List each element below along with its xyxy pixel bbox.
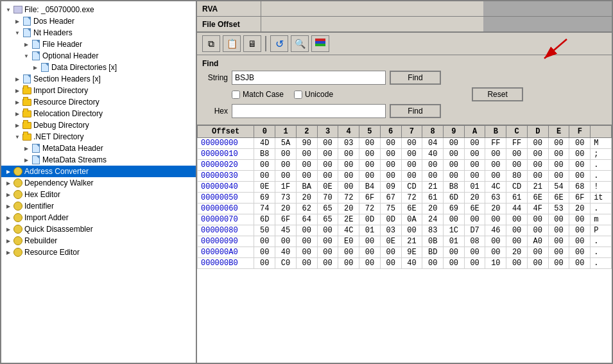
hex-cell-00000060-3: 65 xyxy=(317,204,338,214)
tree-item-debug-dir[interactable]: ▶Debug Directory xyxy=(1,119,196,131)
hex-cell-00000020-3: 00 xyxy=(317,160,338,171)
hex-cell-00000080-13: 00 xyxy=(527,225,548,236)
hex-cell-00000040-13: 21 xyxy=(527,182,548,193)
tree-item-optional-header[interactable]: ▼Optional Header xyxy=(1,50,196,62)
expand-icon-identifier: ▶ xyxy=(4,202,13,211)
hex-cell-00000000-10: 00 xyxy=(464,138,485,149)
hex-cell-00000000-14: 00 xyxy=(548,138,569,149)
red-arrow-svg xyxy=(496,34,573,66)
tree-item-metadata-streams[interactable]: ▶MetaData Streams xyxy=(1,154,196,166)
hex-col-header-E: E xyxy=(548,126,569,138)
tree-item-rebuilder[interactable]: ▶Rebuilder xyxy=(1,235,196,247)
expand-icon-data-dirs: ▶ xyxy=(31,63,40,72)
tree-item-file-header[interactable]: ▶File Header xyxy=(1,39,196,50)
reset-button[interactable]: Reset xyxy=(472,87,523,101)
hex-cell-00000040-8: 21 xyxy=(422,182,444,193)
hex-cell-00000030-10: 00 xyxy=(464,171,485,182)
hex-cell-00000020-12: 00 xyxy=(506,160,528,171)
hex-cell-00000090-15: 00 xyxy=(569,236,591,247)
hex-cell-000000B0-11: 10 xyxy=(485,258,506,269)
offset-cell-00000010: 00000010 xyxy=(198,149,254,160)
hex-cell-00000060-11: 20 xyxy=(485,204,506,214)
hex-cell-00000030-13: 00 xyxy=(527,171,548,182)
hex-cell-00000040-2: BA xyxy=(296,182,317,193)
expand-icon-file-header: ▶ xyxy=(22,40,31,49)
match-case-checkbox[interactable] xyxy=(232,91,240,99)
expand-icon-rebuilder: ▶ xyxy=(4,236,13,245)
hex-cell-00000060-1: 20 xyxy=(275,204,297,214)
addr-section: RVA File Offset xyxy=(197,1,612,33)
copy2-button[interactable]: 📋 xyxy=(223,35,241,52)
hex-cell-00000080-3: 00 xyxy=(317,225,338,236)
tree-item-identifier[interactable]: ▶Identifier xyxy=(1,200,196,212)
hex-cell-00000070-14: 00 xyxy=(548,214,569,225)
hex-row-000000B0: 000000B000C00000000000400000001000000000… xyxy=(198,258,612,269)
tree-item-address-converter[interactable]: ▶Address Converter xyxy=(1,166,196,177)
hex-cell-000000A0-12: 20 xyxy=(506,247,528,258)
unicode-checkbox[interactable] xyxy=(294,91,302,99)
tree-item-nt-headers[interactable]: ▼Nt Headers xyxy=(1,27,196,39)
tree-item-dos-header[interactable]: ▶Dos Header xyxy=(1,15,196,27)
tree-item-quick-disassembler[interactable]: ▶Quick Disassembler xyxy=(1,223,196,235)
hex-input[interactable] xyxy=(232,104,386,118)
hex-cell-00000020-2: 00 xyxy=(296,160,317,171)
copy-button[interactable]: ⧉ xyxy=(202,35,220,52)
screen-button[interactable]: 🖥 xyxy=(243,35,261,52)
svg-line-4 xyxy=(544,39,567,58)
hex-cell-00000090-7: 21 xyxy=(401,236,422,247)
hex-cell-00000030-1: 00 xyxy=(275,171,297,182)
hex-cell-00000020-0: 00 xyxy=(254,160,275,171)
hex-table-body: 000000004D5A900003000000040000FFFF000000… xyxy=(198,138,612,269)
doc-icon-nt-headers xyxy=(22,28,32,38)
tree-item-import-adder[interactable]: ▶Import Adder xyxy=(1,212,196,223)
hex-cell-00000070-6: 0D xyxy=(380,214,401,225)
tree-item-import-dir[interactable]: ▶Import Directory xyxy=(1,85,196,96)
tree-item-net-dir[interactable]: ▼.NET Directory xyxy=(1,131,196,143)
doc-icon-data-dirs xyxy=(40,62,50,73)
hex-label: Hex xyxy=(202,107,228,116)
hex-cell-00000080-8: 83 xyxy=(422,225,444,236)
tree-item-resource-dir[interactable]: ▶Resource Directory xyxy=(1,96,196,108)
tree-item-hex-editor[interactable]: ▶Hex Editor xyxy=(1,189,196,200)
tree-item-resource-editor[interactable]: ▶Resource Editor xyxy=(1,247,196,258)
hex-row-00000040: 000000400E1FBA0E00B409CD21B8014CCD215468… xyxy=(198,182,612,193)
hex-cell-00000060-0: 74 xyxy=(254,204,275,214)
hex-col-header-D: D xyxy=(527,126,548,138)
hex-cell-00000040-4: 00 xyxy=(338,182,359,193)
hex-cell-000000A0-4: 00 xyxy=(338,247,359,258)
hex-cell-00000060-8: 20 xyxy=(422,204,444,214)
highlight-button[interactable] xyxy=(311,35,329,52)
tree-container: ▼File: _05070000.exe▶Dos Header▼Nt Heade… xyxy=(1,4,196,258)
refresh-button[interactable]: ↺ xyxy=(270,35,288,52)
hex-cell-00000020-7: 00 xyxy=(401,160,422,171)
tree-item-data-dirs[interactable]: ▶Data Directories [x] xyxy=(1,62,196,73)
tree-item-relocation-dir[interactable]: ▶Relocation Directory xyxy=(1,108,196,119)
hex-cell-000000A0-14: 00 xyxy=(548,247,569,258)
expand-icon-dos-header: ▶ xyxy=(13,17,22,26)
hex-col-header-0: 0 xyxy=(254,126,275,138)
find-hex-button[interactable]: Find xyxy=(390,104,441,118)
fileoffset-label: File Offset xyxy=(197,17,261,31)
expand-icon-resource-dir: ▶ xyxy=(13,98,22,107)
string-input[interactable] xyxy=(232,71,386,85)
tree-label-dependency-walker: Dependency Walker xyxy=(24,178,94,187)
hex-cell-00000050-9: 6D xyxy=(444,193,465,204)
hex-cell-00000010-3: 00 xyxy=(317,149,338,160)
hex-cell-00000090-3: 00 xyxy=(317,236,338,247)
fileoffset-row: File Offset xyxy=(197,17,612,32)
tree-item-section-headers[interactable]: ▶Section Headers [x] xyxy=(1,73,196,85)
tree-item-file[interactable]: ▼File: _05070000.exe xyxy=(1,4,196,15)
ascii-cell-00000040: ! xyxy=(591,182,612,193)
tree-item-dependency-walker[interactable]: ▶Dependency Walker xyxy=(1,177,196,189)
hex-cell-00000000-0: 4D xyxy=(254,138,275,149)
hex-cell-00000080-0: 50 xyxy=(254,225,275,236)
tree-item-metadata-header[interactable]: ▶MetaData Header xyxy=(1,143,196,154)
offset-cell-00000000: 00000000 xyxy=(198,138,254,149)
hex-cell-00000030-3: 00 xyxy=(317,171,338,182)
search-button[interactable]: 🔍 xyxy=(291,35,309,52)
hex-cell-00000050-0: 69 xyxy=(254,193,275,204)
expand-icon-relocation-dir: ▶ xyxy=(13,109,22,118)
hex-cell-00000030-11: 00 xyxy=(485,171,506,182)
find-string-button[interactable]: Find xyxy=(390,71,441,85)
hex-cell-00000040-9: B8 xyxy=(444,182,465,193)
